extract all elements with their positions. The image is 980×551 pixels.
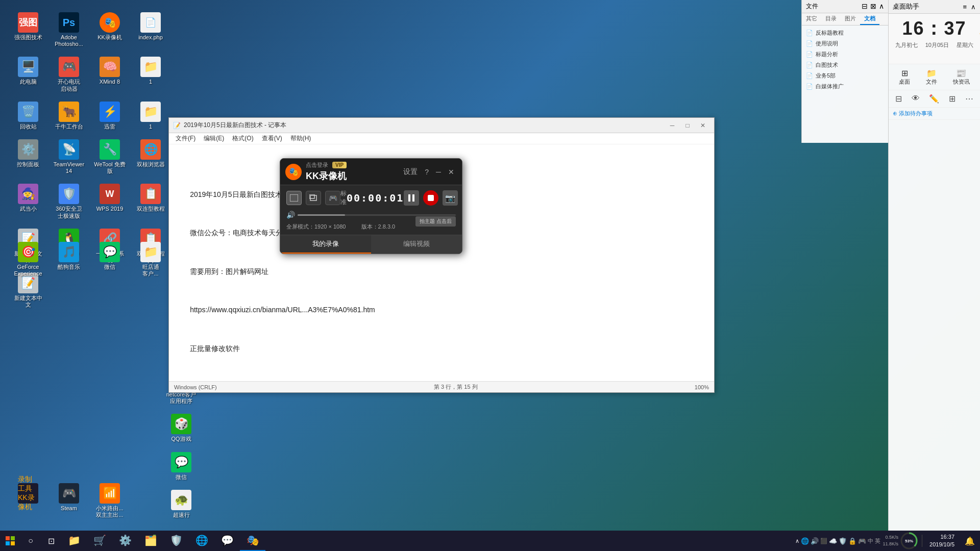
desktop-icon-steam[interactable]: 🎮 Steam: [51, 481, 87, 520]
kk-mode-game[interactable]: 🎮: [325, 191, 340, 205]
file-item-1[interactable]: 📄 反标题教程: [804, 28, 886, 38]
desktop-icon-kaixin[interactable]: 🎮 开心电玩启动器: [51, 55, 87, 94]
kk-title-left: 🎭 点击登录 VIP KK录像机: [285, 161, 347, 182]
taskbar-app-security[interactable]: 🛡️: [163, 531, 189, 551]
file-tab-other[interactable]: 其它: [802, 13, 821, 25]
file-panel-ctrl-2[interactable]: ⊠: [870, 2, 876, 11]
desktop-icon-qianiu[interactable]: 🐂 千牛工作台: [51, 99, 87, 132]
taskbar-clock[interactable]: 16:37 2019/10/5: [924, 533, 960, 549]
desktop-icon-wudang[interactable]: 🧙 武当小: [10, 182, 46, 221]
desktop-icon-double[interactable]: 📋 双连型教程: [133, 182, 168, 221]
desktop-icon-folder-sj[interactable]: 📁 旺店通客户...: [133, 240, 168, 279]
file-item-5[interactable]: 📄 业务5部: [804, 70, 886, 81]
kk-mode-fullscreen[interactable]: [286, 191, 302, 205]
desktop-icon-mypc[interactable]: 🖥️ 此电脑: [10, 55, 46, 94]
desktop: 强图 强强图技术 Ps AdobePhotosho... 🎭 KK录像机 📄 i…: [0, 0, 980, 551]
desktop-icon-luyou[interactable]: 录制工具KK录像机: [10, 481, 46, 520]
notepad-icon: 📝: [173, 122, 181, 129]
action-btn-4[interactable]: ⊞: [946, 92, 958, 105]
desktop-icon-photoshop[interactable]: Ps AdobePhotosho...: [51, 10, 87, 49]
right-panel-add-todo[interactable]: ⊕ 添加待办事项: [889, 108, 980, 120]
desktop-icon-xiaomi[interactable]: 📶 小米路由...双主主出...: [92, 481, 128, 520]
notepad-titlebar: 📝 2019年10月5日最新白图技术 - 记事本 ─ □ ✕: [169, 118, 714, 133]
kk-screenshot-btn[interactable]: 📷: [443, 190, 458, 206]
taskbar-start-button[interactable]: [0, 531, 20, 551]
desktop-icon-xmind[interactable]: 🧠 XMind 8: [92, 55, 128, 94]
file-tab-doc[interactable]: 文档: [860, 13, 879, 25]
notepad-menu-help[interactable]: 帮助(H): [286, 133, 315, 144]
file-item-2[interactable]: 📄 使用说明: [804, 38, 886, 49]
taskbar-task-view[interactable]: ⊡: [41, 531, 61, 551]
taskbar-app-store[interactable]: 🛒: [87, 531, 112, 551]
desktop-icon-wetool[interactable]: 🔧 WeTool 免费版: [92, 137, 128, 177]
desktop-icon-practice[interactable]: 强图 强强图技术: [10, 10, 46, 49]
right-panel-quick-buttons: ⊞ 桌面 📁 文件 📰 快资讯: [889, 64, 980, 90]
notepad-menu-format[interactable]: 格式(O): [228, 133, 257, 144]
kk-pause-btn[interactable]: [404, 190, 419, 206]
desktop-icon-wps[interactable]: W WPS 2019: [92, 182, 128, 221]
desktop-icon-file1[interactable]: 📁 1: [133, 55, 168, 94]
file-tab-dir[interactable]: 目录: [821, 13, 841, 25]
notepad-maximize-btn[interactable]: □: [680, 120, 695, 131]
desktop-icon-teamviewer[interactable]: 📡 TeamViewer14: [51, 137, 87, 177]
taskbar-app-network[interactable]: 🌐: [189, 531, 214, 551]
statusbar-encoding: Windows (CRLF): [174, 384, 217, 390]
kk-record-stop-btn[interactable]: [423, 190, 438, 206]
taskbar-notification-button[interactable]: 🔔: [960, 531, 980, 551]
kk-minimize-btn[interactable]: ─: [433, 167, 444, 177]
desktop-icon-indexphp[interactable]: 📄 index.php: [133, 10, 168, 49]
desktop-icon-recycle[interactable]: 🗑️ 回收站: [10, 99, 46, 132]
right-panel-clock: 16：37 九月初七 10月05日 星期六 ☀️: [889, 14, 980, 64]
desktop-icon-360[interactable]: 🛡️ 360安全卫士极速版: [51, 182, 87, 221]
desktop-icon-qqgames[interactable]: 🎲 QQ游戏: [163, 412, 199, 444]
notepad-menu-file[interactable]: 文件(F): [172, 133, 200, 144]
desktop-icon-thunder[interactable]: ⚡ 迅雷: [92, 99, 128, 132]
kk-click-login[interactable]: 点击登录: [306, 161, 328, 169]
quick-btn-desktop[interactable]: ⊞ 桌面: [897, 67, 912, 87]
desktop-icon-speedf[interactable]: 🐢 超速行: [163, 488, 199, 520]
kk-close-btn[interactable]: ✕: [446, 167, 457, 177]
kk-tab-recordings[interactable]: 我的录像: [280, 235, 371, 254]
tray-icon-arrow[interactable]: ∧: [795, 538, 799, 544]
svg-rect-1: [310, 195, 316, 201]
right-panel-collapse-icon[interactable]: ∧: [971, 3, 976, 11]
kk-settings-btn[interactable]: 设置: [401, 166, 420, 178]
notepad-close-btn[interactable]: ✕: [696, 120, 710, 131]
taskbar-app-folder[interactable]: 🗂️: [138, 531, 163, 551]
desktop-icon-kugou[interactable]: 🎵 酷狗音乐: [51, 240, 87, 279]
quick-btn-news[interactable]: 📰 快资讯: [951, 67, 971, 87]
clock-lunar: 九月初七: [895, 41, 918, 49]
notepad-menu-edit[interactable]: 编辑(E): [200, 133, 228, 144]
kk-help-btn[interactable]: ?: [422, 167, 431, 177]
file-items-list: 📄 反标题教程 📄 使用说明 📄 标题分析 📄 白图技术 📄 业务5部 📄: [802, 26, 888, 94]
file-item-3[interactable]: 📄 标题分析: [804, 49, 886, 60]
right-panel-menu-icon[interactable]: ≡: [963, 3, 967, 11]
file-tab-image[interactable]: 图片: [841, 13, 860, 25]
taskbar-app-explorer[interactable]: 📁: [61, 531, 87, 551]
cpu-progress[interactable]: 53%: [900, 532, 918, 549]
desktop-icon-weixin3[interactable]: 💬 微信: [163, 450, 199, 483]
action-btn-1[interactable]: ⊟: [893, 92, 904, 105]
quick-btn-file[interactable]: 📁 文件: [924, 67, 939, 87]
kk-tab-edit[interactable]: 编辑视频: [371, 235, 462, 254]
taskbar-search-button[interactable]: ○: [20, 531, 41, 551]
desktop-icon-weixin[interactable]: 💬 微信: [92, 240, 128, 279]
file-panel-ctrl-1[interactable]: ⊟: [862, 2, 868, 11]
action-btn-2[interactable]: 👁: [909, 92, 922, 105]
desktop-icon-file1b[interactable]: 📁 1: [133, 99, 168, 132]
taskbar-app-weixin[interactable]: 💬: [214, 531, 240, 551]
taskbar-app-kk[interactable]: 🎭: [240, 531, 265, 551]
file-item-6[interactable]: 📄 白媒体推广: [804, 81, 886, 92]
notepad-menu-view[interactable]: 查看(V): [258, 133, 286, 144]
taskbar-app-settings[interactable]: ⚙️: [112, 531, 138, 551]
notepad-minimize-btn[interactable]: ─: [665, 120, 679, 131]
desktop-icon-geforce[interactable]: 🎯 GeForceExperience: [10, 240, 46, 279]
action-btn-3[interactable]: ✏️: [926, 92, 942, 105]
desktop-icon-kk[interactable]: 🎭 KK录像机: [92, 10, 128, 49]
desktop-icon-browser[interactable]: 🌐 双核浏览器: [133, 137, 168, 177]
action-btn-5[interactable]: ⋯: [963, 92, 976, 105]
desktop-icon-controlpanel[interactable]: ⚙️ 控制面板: [10, 137, 46, 177]
file-panel-ctrl-3[interactable]: ∧: [879, 2, 884, 11]
kk-mode-window[interactable]: [306, 191, 321, 205]
file-item-4[interactable]: 📄 白图技术: [804, 60, 886, 70]
